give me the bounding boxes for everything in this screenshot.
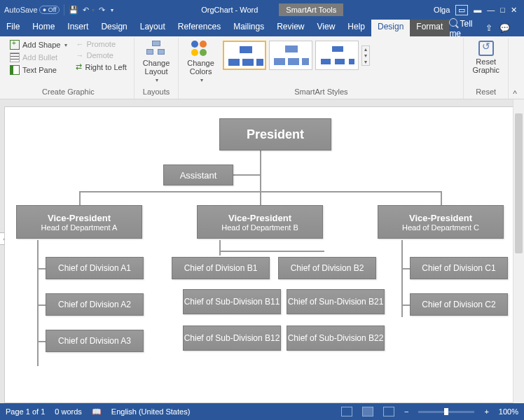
collapse-ribbon-icon[interactable]: ^ [509, 38, 521, 99]
style-thumb-3[interactable] [315, 41, 359, 70]
tab-mailings[interactable]: Mailings [227, 20, 270, 36]
add-shape-icon [10, 40, 20, 50]
b11-label: Chief of Sub-Division B11 [184, 297, 280, 307]
node-assistant[interactable]: Assistant [163, 164, 233, 186]
reset-icon [478, 41, 494, 56]
text-pane-icon [10, 65, 20, 75]
reset-graphic-button[interactable]: Reset Graphic [468, 39, 504, 76]
vp-c-title: Vice-President [378, 213, 503, 223]
add-shape-label: Add Shape [22, 41, 60, 49]
tab-view[interactable]: View [311, 20, 342, 36]
scrollbar-thumb[interactable] [515, 113, 523, 253]
autosave-toggle[interactable]: AutoSave ● Off [4, 6, 60, 14]
node-vp-b[interactable]: Vice-PresidentHead of Department B [197, 205, 323, 239]
save-icon[interactable]: 💾 [69, 6, 78, 15]
group-smartart-styles: Change Colors▾ ▴▾▾ SmartArt Styles [179, 38, 464, 99]
ribbon: Add Shape▾ Add Bullet Text Pane ←Promote… [0, 36, 524, 99]
add-shape-button[interactable]: Add Shape▾ [7, 39, 70, 50]
tab-home[interactable]: Home [26, 20, 61, 36]
node-b12[interactable]: Chief of Sub-Division B12 [183, 326, 281, 351]
org-chart[interactable]: President Assistant Vice-PresidentHead o… [9, 114, 515, 396]
rtl-label: Right to Left [85, 63, 126, 71]
word-count[interactable]: 0 words [55, 407, 82, 416]
style-thumb-1[interactable] [223, 41, 266, 70]
ribbon-options-icon[interactable]: ▬ [474, 6, 481, 14]
gallery-more-button[interactable]: ▴▾▾ [361, 46, 370, 66]
change-colors-icon [191, 41, 211, 57]
vp-c-sub: Head of Department C [378, 223, 503, 232]
web-layout-button[interactable] [383, 407, 394, 416]
redo-icon[interactable]: ↷ [99, 6, 105, 15]
assistant-label: Assistant [164, 170, 233, 181]
zoom-out-button[interactable]: − [404, 407, 408, 416]
vp-b-sub: Head of Department B [198, 223, 322, 232]
node-b1[interactable]: Chief of Division B1 [172, 257, 270, 279]
page-indicator[interactable]: Page 1 of 1 [6, 407, 45, 416]
tab-review[interactable]: Review [270, 20, 310, 36]
node-b2[interactable]: Chief of Division B2 [278, 257, 376, 279]
a3-label: Chief of Division A3 [46, 336, 143, 346]
tab-help[interactable]: Help [341, 20, 371, 36]
qat-customize-icon[interactable]: ▾ [111, 7, 113, 13]
zoom-in-button[interactable]: + [484, 407, 488, 416]
account-icon[interactable]: ▭ [455, 5, 468, 15]
node-c2[interactable]: Chief of Division C2 [410, 293, 508, 316]
node-a3[interactable]: Chief of Division A3 [46, 330, 144, 352]
style-thumb-2[interactable] [269, 41, 312, 70]
text-pane-label: Text Pane [22, 66, 57, 74]
close-icon[interactable]: ✕ [511, 6, 517, 15]
demote-button: →Demote [73, 50, 129, 60]
text-pane-button[interactable]: Text Pane [7, 64, 70, 76]
minimize-icon[interactable]: — [487, 6, 495, 14]
spellcheck-icon[interactable]: 📖 [92, 407, 102, 416]
comments-icon[interactable]: 💬 [499, 23, 510, 33]
maximize-icon[interactable]: □ [500, 6, 505, 14]
node-b22[interactable]: Chief of Sub-Division B22 [287, 326, 385, 351]
node-b11[interactable]: Chief of Sub-Division B11 [183, 289, 281, 314]
tab-design[interactable]: Design [95, 20, 133, 36]
tab-file[interactable]: File [0, 20, 26, 36]
zoom-knob[interactable] [444, 408, 448, 415]
zoom-slider[interactable] [418, 411, 474, 413]
node-president[interactable]: President [219, 118, 331, 150]
tab-smartart-format[interactable]: Format [410, 20, 449, 36]
contextual-tab-label: SmartArt Tools [279, 4, 343, 16]
zoom-level[interactable]: 100% [499, 407, 518, 416]
b21-label: Chief of Sun-Division B21 [287, 297, 384, 307]
node-b21[interactable]: Chief of Sun-Division B21 [287, 289, 385, 314]
change-layout-icon [146, 41, 166, 57]
change-layout-button[interactable]: Change Layout▾ [139, 39, 174, 85]
vertical-scrollbar[interactable] [513, 99, 524, 403]
read-mode-button[interactable] [341, 407, 352, 416]
language-indicator[interactable]: English (United States) [111, 407, 191, 416]
tab-insert[interactable]: Insert [61, 20, 95, 36]
search-icon [449, 18, 457, 27]
share-icon[interactable]: ⇪ [485, 23, 492, 33]
tab-smartart-design[interactable]: Design [371, 20, 410, 36]
node-vp-c[interactable]: Vice-PresidentHead of Department C [378, 205, 504, 239]
node-a1[interactable]: Chief of Division A1 [46, 257, 144, 279]
group-label-styles: SmartArt Styles [183, 86, 459, 97]
right-to-left-button[interactable]: ⇄Right to Left [73, 62, 129, 72]
tell-me-search[interactable]: Tell me [449, 18, 478, 38]
group-reset: Reset Graphic Reset [464, 38, 509, 99]
node-vp-a[interactable]: Vice-PresidentHead of Department A [16, 205, 142, 239]
a2-label: Chief of Division A2 [46, 300, 143, 309]
promote-label: Promote [86, 40, 116, 48]
b12-label: Chief of Sub-Division B12 [184, 333, 280, 343]
undo-icon[interactable]: ↶▾ [83, 6, 95, 15]
user-name: Olga [434, 6, 450, 14]
tab-layout[interactable]: Layout [134, 20, 172, 36]
node-a2[interactable]: Chief of Division A2 [46, 293, 144, 316]
change-colors-button[interactable]: Change Colors▾ [183, 39, 219, 85]
document-area: ‹ President Assistant Vice-PresidentHead… [0, 99, 524, 403]
page: President Assistant Vice-PresidentHead o… [4, 106, 520, 403]
tab-references[interactable]: References [172, 20, 227, 36]
bullet-icon [10, 52, 20, 62]
print-layout-button[interactable] [362, 407, 373, 416]
node-c1[interactable]: Chief of Division C1 [410, 257, 508, 279]
change-layout-label: Change Layout [143, 59, 170, 76]
vp-b-title: Vice-President [198, 213, 322, 223]
style-gallery: ▴▾▾ [221, 39, 371, 71]
c1-label: Chief of Division C1 [411, 263, 507, 273]
